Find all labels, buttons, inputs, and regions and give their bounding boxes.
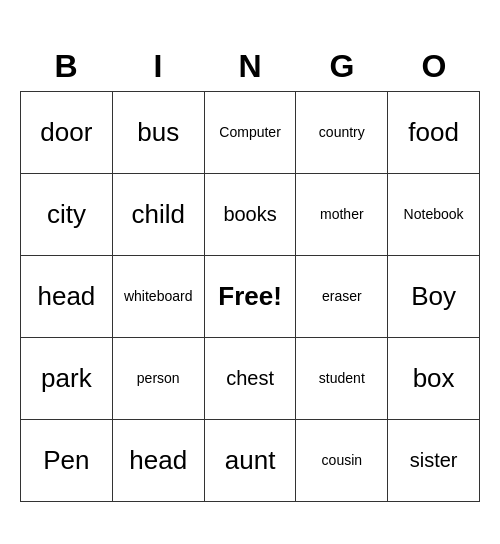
cell-3-0: park bbox=[21, 337, 113, 419]
cell-1-0: city bbox=[21, 173, 113, 255]
cell-4-2: aunt bbox=[204, 419, 296, 501]
cell-2-1: whiteboard bbox=[112, 255, 204, 337]
cell-1-3: mother bbox=[296, 173, 388, 255]
bingo-card: BINGO doorbusComputercountryfoodcitychil… bbox=[10, 32, 490, 512]
grid-row-4: Penheadauntcousinsister bbox=[21, 419, 480, 501]
header-letter-n: N bbox=[204, 42, 296, 91]
cell-1-1: child bbox=[112, 173, 204, 255]
cell-0-3: country bbox=[296, 91, 388, 173]
cell-4-1: head bbox=[112, 419, 204, 501]
cell-2-3: eraser bbox=[296, 255, 388, 337]
cell-0-0: door bbox=[21, 91, 113, 173]
grid-row-1: citychildbooksmotherNotebook bbox=[21, 173, 480, 255]
grid-row-0: doorbusComputercountryfood bbox=[21, 91, 480, 173]
cell-1-4: Notebook bbox=[388, 173, 480, 255]
cell-2-0: head bbox=[21, 255, 113, 337]
cell-4-0: Pen bbox=[21, 419, 113, 501]
cell-3-1: person bbox=[112, 337, 204, 419]
cell-3-3: student bbox=[296, 337, 388, 419]
grid-row-3: parkpersoncheststudentbox bbox=[21, 337, 480, 419]
cell-0-2: Computer bbox=[204, 91, 296, 173]
grid-row-2: headwhiteboardFree!eraserBoy bbox=[21, 255, 480, 337]
header-letter-o: O bbox=[388, 42, 480, 91]
bingo-header: BINGO bbox=[20, 42, 480, 91]
header-letter-b: B bbox=[20, 42, 112, 91]
cell-1-2: books bbox=[204, 173, 296, 255]
cell-2-4: Boy bbox=[388, 255, 480, 337]
cell-0-1: bus bbox=[112, 91, 204, 173]
cell-4-4: sister bbox=[388, 419, 480, 501]
cell-3-2: chest bbox=[204, 337, 296, 419]
cell-4-3: cousin bbox=[296, 419, 388, 501]
header-letter-i: I bbox=[112, 42, 204, 91]
bingo-grid: doorbusComputercountryfoodcitychildbooks… bbox=[20, 91, 480, 502]
header-letter-g: G bbox=[296, 42, 388, 91]
cell-0-4: food bbox=[388, 91, 480, 173]
cell-2-2: Free! bbox=[204, 255, 296, 337]
cell-3-4: box bbox=[388, 337, 480, 419]
